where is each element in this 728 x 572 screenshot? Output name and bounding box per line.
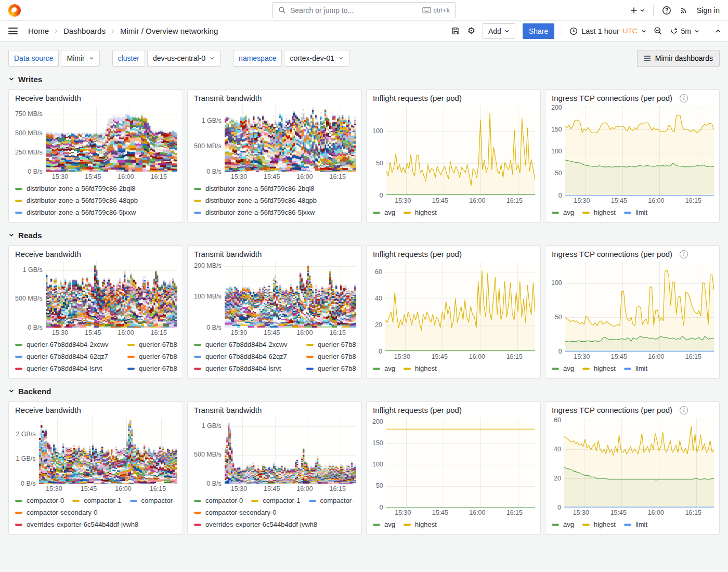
legend-item[interactable]: compactor-0: [15, 497, 64, 504]
chart-canvas[interactable]: [565, 106, 714, 196]
panel-title[interactable]: Transmit bandwidth: [194, 406, 262, 414]
mimir-dashboards-button[interactable]: Mimir dashboards: [637, 50, 720, 67]
variable-value-dropdown[interactable]: Mimir: [61, 50, 99, 67]
panel-title[interactable]: Transmit bandwidth: [194, 250, 262, 258]
legend-item[interactable]: querier-67b8d: [306, 353, 356, 360]
legend-item[interactable]: avg: [552, 365, 574, 372]
search-input[interactable]: Search or jump to... ctrl+k: [272, 2, 456, 18]
legend-item[interactable]: distributor-zone-a-56fd759c86-48qpb: [194, 197, 317, 204]
variable-label[interactable]: namespace: [233, 50, 282, 67]
chart-canvas[interactable]: [39, 418, 177, 484]
panel-title[interactable]: Receive bandwidth: [15, 406, 81, 414]
breadcrumb-home[interactable]: Home: [28, 27, 49, 35]
chart-canvas[interactable]: [46, 262, 177, 328]
legend-item[interactable]: highest: [404, 209, 437, 216]
new-button[interactable]: [630, 6, 645, 15]
legend-item[interactable]: highest: [582, 209, 616, 216]
legend-item[interactable]: distributor-zone-a-56fd759c86-2bql8: [194, 185, 315, 192]
legend-item[interactable]: limit: [624, 209, 647, 216]
row-header-writes[interactable]: Writes: [8, 73, 720, 85]
share-button[interactable]: Share: [523, 23, 554, 39]
breadcrumb-dashboards[interactable]: Dashboards: [63, 27, 106, 35]
legend-item[interactable]: compactor-: [309, 497, 354, 504]
legend-item[interactable]: highest: [404, 365, 437, 372]
legend-item[interactable]: avg: [373, 209, 395, 216]
legend-item[interactable]: avg: [373, 521, 395, 528]
legend-item[interactable]: limit: [624, 521, 647, 528]
legend-item[interactable]: compactor-secondary-0: [194, 509, 277, 516]
legend-item[interactable]: overrides-exporter-6c544b4ddf-jvwh8: [194, 521, 317, 528]
help-button[interactable]: [662, 6, 671, 15]
top-navbar: Search or jump to... ctrl+k Sign in: [0, 0, 728, 21]
legend-label: overrides-exporter-6c544b4ddf-jvwh8: [27, 521, 138, 528]
panel-title[interactable]: Receive bandwidth: [15, 94, 81, 102]
info-icon[interactable]: i: [680, 94, 688, 102]
variable-label[interactable]: cluster: [112, 50, 145, 67]
chart-canvas[interactable]: [386, 418, 535, 508]
legend-item[interactable]: overrides-exporter-6c544b4ddf-jvwh8: [15, 521, 138, 528]
legend-item[interactable]: compactor-secondary-0: [15, 509, 98, 516]
chart-canvas[interactable]: [225, 262, 356, 328]
legend-item[interactable]: querier-67b8dd84b4-2xcwv: [194, 341, 298, 348]
legend-item[interactable]: highest: [582, 521, 616, 528]
panel-title[interactable]: Inflight requests (per pod): [373, 250, 462, 258]
variable-label[interactable]: Data source: [8, 50, 59, 67]
panel-title[interactable]: Ingress TCP connections (per pod): [552, 94, 672, 102]
legend-item[interactable]: distributor-zone-a-56fd759c86-5jxxw: [15, 209, 136, 216]
panel-title[interactable]: Ingress TCP connections (per pod): [552, 406, 672, 414]
legend-item[interactable]: querier-67b8d: [127, 341, 177, 348]
panel-title[interactable]: Transmit bandwidth: [194, 94, 262, 102]
legend-item[interactable]: querier-67b8dd84b4-2xcwv: [15, 341, 119, 348]
hide-controls-button[interactable]: [714, 28, 722, 35]
chart-canvas[interactable]: [385, 262, 535, 352]
legend-item[interactable]: avg: [373, 365, 395, 372]
row-header-reads[interactable]: Reads: [8, 229, 720, 241]
panel-title[interactable]: Receive bandwidth: [15, 250, 81, 258]
panel-title[interactable]: Inflight requests (per pod): [373, 94, 462, 102]
refresh-picker[interactable]: 5m: [670, 27, 699, 35]
info-icon[interactable]: i: [680, 250, 688, 258]
legend-item[interactable]: highest: [582, 365, 616, 372]
chart-canvas[interactable]: [46, 106, 177, 172]
time-range-picker[interactable]: Last 1 hour UTC: [569, 27, 646, 35]
legend-item[interactable]: distributor-zone-a-56fd759c86-5jxxw: [194, 209, 315, 216]
legend-item[interactable]: querier-67b8dd84b4-lsrvt: [194, 365, 298, 372]
add-button[interactable]: Add: [483, 23, 515, 39]
legend-item[interactable]: querier-67b8dd8: [127, 365, 177, 372]
legend-item[interactable]: limit: [624, 365, 647, 372]
dashboard-settings-button[interactable]: ⚙: [467, 27, 475, 35]
row-header-backend[interactable]: Backend: [8, 385, 720, 397]
news-button[interactable]: [680, 6, 688, 15]
legend-item[interactable]: compactor-1: [251, 497, 300, 504]
legend-item[interactable]: avg: [552, 209, 574, 216]
legend-item[interactable]: querier-67b8dd8: [306, 365, 356, 372]
legend-item[interactable]: highest: [404, 521, 437, 528]
chart-canvas[interactable]: [225, 106, 356, 172]
legend-item[interactable]: distributor-zone-a-56fd759c86-48qpb: [15, 197, 138, 204]
legend-item[interactable]: compactor-: [130, 497, 175, 504]
sign-in-button[interactable]: Sign in: [697, 6, 720, 15]
chart-canvas[interactable]: [564, 418, 714, 508]
legend-item[interactable]: avg: [552, 521, 574, 528]
grafana-logo[interactable]: [8, 4, 21, 17]
info-icon[interactable]: i: [680, 406, 688, 414]
row-collapse-chevron-icon: [8, 76, 15, 82]
panel-title[interactable]: Ingress TCP connections (per pod): [552, 250, 672, 258]
chart-canvas[interactable]: [386, 106, 535, 196]
mega-menu-toggle[interactable]: [8, 26, 18, 36]
legend-item[interactable]: distributor-zone-a-56fd759c86-2bql8: [15, 185, 136, 192]
variable-value-dropdown[interactable]: dev-us-central-0: [147, 50, 220, 67]
chart-canvas[interactable]: [225, 418, 356, 484]
legend-item[interactable]: compactor-1: [72, 497, 121, 504]
legend-item[interactable]: querier-67b8dd84b4-62qz7: [194, 353, 298, 360]
legend-item[interactable]: querier-67b8d: [306, 341, 356, 348]
save-dashboard-button[interactable]: [451, 27, 460, 35]
chart-canvas[interactable]: [565, 262, 714, 352]
legend-item[interactable]: querier-67b8dd84b4-lsrvt: [15, 365, 119, 372]
legend-item[interactable]: querier-67b8d: [127, 353, 177, 360]
variable-value-dropdown[interactable]: cortex-dev-01: [284, 50, 349, 67]
zoom-out-time-button[interactable]: [654, 27, 662, 35]
legend-item[interactable]: compactor-0: [194, 497, 243, 504]
panel-title[interactable]: Inflight requests (per pod): [373, 406, 462, 414]
legend-item[interactable]: querier-67b8dd84b4-62qz7: [15, 353, 119, 360]
